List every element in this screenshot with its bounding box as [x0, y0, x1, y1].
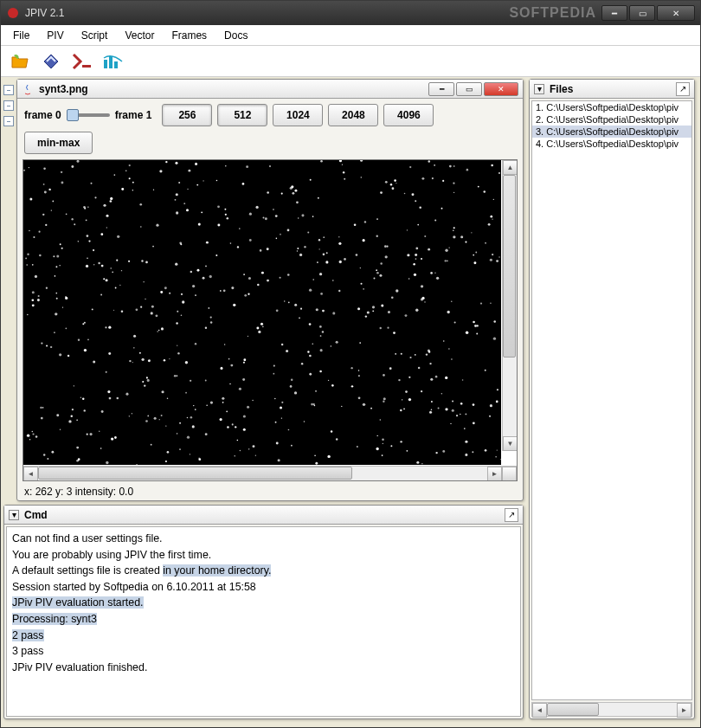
image-status: x: 262 y: 3 intensity: 0.0: [17, 483, 523, 500]
close-button[interactable]: ✕: [657, 5, 695, 21]
image-viewport: ▲ ▼ ◄ ►: [23, 159, 518, 481]
files-title: Files: [550, 83, 671, 95]
java-icon: [22, 83, 34, 95]
cmd-output[interactable]: Can not find a user settings file.You ar…: [6, 526, 521, 717]
tree-node-icon[interactable]: [3, 116, 14, 126]
scroll-thumb-h[interactable]: [38, 467, 352, 480]
scroll-down-icon[interactable]: ▼: [503, 436, 517, 451]
particle-image-canvas[interactable]: [23, 160, 501, 465]
file-item[interactable]: 2. C:\Users\Softpedia\Desktop\piv: [532, 113, 691, 126]
cmd-line: Session started by Softpedia on 6.10.201…: [12, 579, 515, 596]
minimize-button[interactable]: ━: [601, 5, 627, 21]
svg-point-0: [8, 8, 18, 18]
open-file-icon[interactable]: [8, 49, 32, 74]
tree-node-icon[interactable]: [3, 85, 14, 95]
watermark: SOFTPEDIA: [509, 1, 596, 25]
cmd-popout-icon[interactable]: ↗: [505, 508, 518, 522]
image-canvas-wrap[interactable]: ▲ ▼: [23, 160, 517, 466]
app-icon: [6, 6, 20, 20]
zoom-256-button[interactable]: 256: [162, 104, 212, 126]
svg-rect-4: [114, 61, 118, 68]
files-panel[interactable]: ▾ Files ↗ 1. C:\Users\Softpedia\Desktop\…: [529, 79, 695, 719]
cmd-line: Processing: synt3: [12, 611, 515, 628]
cmd-line: 3 pass: [12, 643, 515, 660]
titlebar[interactable]: JPIV 2.1 SOFTPEDIA ━ ▭ ✕: [1, 1, 700, 25]
image-window-title: synt3.png: [39, 83, 423, 95]
zoom-4096-button[interactable]: 4096: [383, 104, 434, 126]
piv-icon[interactable]: [39, 49, 63, 74]
scroll-thumb-h[interactable]: [547, 703, 599, 716]
cmd-line: A default settings file is created in yo…: [12, 563, 515, 579]
frame1-label: frame 1: [115, 109, 152, 121]
image-window[interactable]: synt3.png ━ ▭ ✕ frame 0 frame 1 256 512 …: [16, 79, 524, 501]
menu-docs[interactable]: Docs: [215, 27, 256, 44]
files-collapse-icon[interactable]: ▾: [534, 84, 544, 94]
toolbar: [1, 46, 700, 77]
cmd-collapse-icon[interactable]: ▾: [9, 510, 19, 520]
file-item[interactable]: 4. C:\Users\Softpedia\Desktop\piv: [532, 138, 691, 150]
cmd-line: JPiv PIV evaluation started.: [12, 595, 515, 611]
script-icon[interactable]: [70, 49, 94, 74]
zoom-2048-button[interactable]: 2048: [328, 104, 378, 126]
menu-vector[interactable]: Vector: [116, 27, 163, 44]
settings-tree-strip: [3, 80, 17, 132]
zoom-512-button[interactable]: 512: [217, 104, 267, 126]
svg-rect-1: [82, 65, 91, 68]
image-controls-2: min-max: [17, 132, 523, 159]
files-h-scrollbar[interactable]: ◄ ►: [531, 702, 692, 717]
frame-slider[interactable]: [67, 108, 110, 122]
menu-script[interactable]: Script: [73, 27, 117, 44]
maximize-button[interactable]: ▭: [629, 5, 655, 21]
iw-close-button[interactable]: ✕: [484, 82, 518, 96]
scroll-left-icon[interactable]: ◄: [23, 467, 38, 481]
workspace: synt3.png ━ ▭ ✕ frame 0 frame 1 256 512 …: [1, 77, 700, 727]
iw-minimize-button[interactable]: ━: [428, 82, 454, 96]
minmax-button[interactable]: min-max: [24, 132, 93, 154]
frame0-label: frame 0: [24, 109, 61, 121]
scroll-corner: [502, 467, 517, 481]
files-popout-icon[interactable]: ↗: [676, 82, 690, 96]
svg-rect-3: [109, 56, 113, 68]
files-titlebar[interactable]: ▾ Files ↗: [530, 80, 694, 99]
cmd-line: 2 pass: [12, 628, 515, 644]
scroll-left-icon[interactable]: ◄: [532, 703, 547, 718]
cmd-titlebar[interactable]: ▾ Cmd ↗: [4, 506, 523, 525]
cmd-line: Can not find a user settings file.: [12, 531, 515, 547]
menu-frames[interactable]: Frames: [163, 27, 215, 44]
menu-piv[interactable]: PIV: [38, 27, 72, 44]
cmd-panel[interactable]: ▾ Cmd ↗ Can not find a user settings fil…: [3, 505, 524, 719]
vertical-scrollbar[interactable]: ▲ ▼: [502, 160, 517, 451]
image-window-titlebar[interactable]: synt3.png ━ ▭ ✕: [17, 80, 523, 99]
horizontal-scrollbar[interactable]: ◄ ►: [23, 466, 517, 480]
menubar: File PIV Script Vector Frames Docs: [1, 25, 700, 46]
menu-file[interactable]: File: [4, 27, 38, 44]
cmd-title: Cmd: [24, 509, 499, 521]
file-item[interactable]: 1. C:\Users\Softpedia\Desktop\piv: [532, 101, 691, 113]
cmd-line: JPiv PIV evaluation finished.: [12, 660, 515, 676]
zoom-1024-button[interactable]: 1024: [273, 104, 323, 126]
tree-node-icon[interactable]: [3, 100, 14, 111]
file-item[interactable]: 3. C:\Users\Softpedia\Desktop\piv: [532, 126, 691, 138]
graph-icon[interactable]: [101, 49, 125, 74]
iw-maximize-button[interactable]: ▭: [456, 82, 482, 96]
scroll-thumb-v[interactable]: [503, 175, 516, 358]
image-controls: frame 0 frame 1 256 512 1024 2048 4096: [17, 99, 523, 132]
app-window: JPIV 2.1 SOFTPEDIA ━ ▭ ✕ File PIV Script…: [0, 0, 701, 728]
files-list[interactable]: 1. C:\Users\Softpedia\Desktop\piv2. C:\U…: [531, 100, 692, 700]
scroll-up-icon[interactable]: ▲: [503, 160, 517, 175]
svg-rect-2: [104, 60, 107, 68]
scroll-right-icon[interactable]: ►: [677, 703, 691, 718]
scroll-right-icon[interactable]: ►: [487, 467, 502, 481]
cmd-line: You are probably using JPIV the first ti…: [12, 547, 515, 564]
